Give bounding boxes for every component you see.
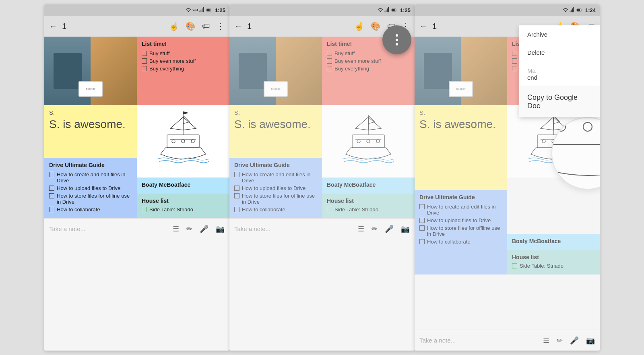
list-icon-2[interactable]: ☰ bbox=[358, 225, 364, 233]
signal-icon-3 bbox=[563, 7, 568, 13]
blue-note-2: Drive Ultimate Guide How to create and e… bbox=[229, 158, 322, 218]
draw-icon-2[interactable]: ✏ bbox=[372, 225, 378, 233]
toolbar-left-2: ← 1 bbox=[234, 22, 346, 31]
signal-bars-icon-3 bbox=[570, 7, 575, 13]
pink-checkbox-1a: Buy stuff bbox=[142, 50, 225, 56]
checkbox-1a[interactable] bbox=[49, 172, 54, 177]
back-button-2[interactable]: ← bbox=[234, 22, 242, 31]
pink-cb-1b[interactable] bbox=[142, 58, 147, 64]
blue-note-3: Drive Ultimate Guide How to create and e… bbox=[415, 190, 507, 275]
list-icon-1[interactable]: ☰ bbox=[173, 225, 179, 233]
svg-rect-2 bbox=[200, 10, 201, 12]
pink-note-1[interactable]: List time! Buy stuff Buy even more stuff… bbox=[137, 37, 229, 105]
menu-copy-google-doc[interactable]: Copy to Google Doc bbox=[519, 87, 600, 117]
fingerprint-icon-2[interactable]: ☝ bbox=[354, 21, 364, 31]
bottom-bar-1: Take a note... ☰ ✏ 🎤 📷 bbox=[44, 218, 229, 239]
draw-icon-1[interactable]: ✏ bbox=[186, 225, 192, 233]
sticker-1: sticker bbox=[78, 81, 103, 97]
checkbox-1b[interactable] bbox=[49, 186, 54, 191]
house-note-1[interactable]: House list Side Table: Striado bbox=[137, 194, 229, 218]
mic-icon-1[interactable]: 🎤 bbox=[200, 225, 208, 233]
fingerprint-icon-1[interactable]: ☝ bbox=[169, 21, 179, 31]
checkbox-item-1b: How to upload files to Drive bbox=[49, 185, 132, 191]
bottom-placeholder-2[interactable]: Take a note... bbox=[234, 225, 358, 232]
svg-point-27 bbox=[376, 140, 380, 143]
status-icons-1: VoLTE bbox=[186, 7, 212, 13]
pink-cb-1c[interactable] bbox=[142, 66, 147, 71]
menu-delete[interactable]: Delete bbox=[519, 43, 600, 62]
selection-count-3: 1 bbox=[432, 22, 437, 31]
status-icons-2 bbox=[378, 7, 397, 13]
more-fab-button[interactable] bbox=[382, 25, 411, 54]
status-bar-2: 1:25 bbox=[229, 4, 415, 16]
bottom-bar-2: Take a note... ☰ ✏ 🎤 📷 bbox=[229, 218, 415, 239]
menu-make-copy[interactable]: Maend bbox=[519, 62, 600, 87]
boaty-note-2: Boaty McBoatface bbox=[322, 178, 415, 194]
fab-dot-3 bbox=[396, 43, 398, 45]
image-note-1[interactable]: sticker bbox=[44, 37, 137, 105]
svg-rect-28 bbox=[570, 11, 571, 12]
fab-dot-2 bbox=[396, 39, 398, 41]
menu-archive[interactable]: Archive bbox=[519, 25, 600, 43]
boaty-note-1[interactable]: Boaty McBoatface bbox=[137, 178, 229, 194]
svg-rect-15 bbox=[385, 11, 386, 12]
image-note-3: sticker bbox=[415, 37, 507, 105]
more-icon-1[interactable]: ⋮ bbox=[217, 21, 225, 31]
checkbox-1c[interactable] bbox=[49, 193, 54, 198]
signal-bars-icon-2 bbox=[384, 7, 390, 13]
bottom-placeholder-3[interactable]: Take a note... bbox=[419, 337, 543, 344]
camera-icon-2[interactable]: 📷 bbox=[401, 225, 410, 233]
checkbox-1d[interactable] bbox=[49, 207, 54, 212]
svg-rect-7 bbox=[207, 9, 210, 11]
sticker-3: sticker bbox=[449, 81, 473, 97]
ship-note-1[interactable] bbox=[137, 105, 229, 178]
svg-rect-20 bbox=[396, 10, 396, 10]
bottom-icons-1: ☰ ✏ 🎤 📷 bbox=[173, 225, 225, 233]
svg-rect-34 bbox=[577, 9, 580, 11]
svg-rect-33 bbox=[581, 10, 582, 10]
svg-point-13 bbox=[191, 140, 194, 143]
back-button-3[interactable]: ← bbox=[419, 22, 427, 31]
image-note-2: sticker bbox=[229, 37, 322, 105]
left-col-3: sticker S. S. is awesome. Drive Ultimate… bbox=[415, 37, 507, 275]
pink-cb-1a[interactable] bbox=[142, 51, 147, 56]
svg-rect-29 bbox=[571, 10, 572, 12]
mic-icon-2[interactable]: 🎤 bbox=[385, 225, 394, 233]
camera-icon-1[interactable]: 📷 bbox=[216, 225, 225, 233]
palette-icon-1[interactable]: 🎨 bbox=[186, 21, 196, 31]
back-button-1[interactable]: ← bbox=[49, 22, 57, 31]
toolbar-right-1: ☝ 🎨 🏷 ⋮ bbox=[169, 21, 225, 31]
svg-rect-1 bbox=[200, 11, 200, 12]
yellow-note-1[interactable]: S. S. is awesome. bbox=[44, 105, 137, 158]
blue-note-1[interactable]: Drive Ultimate Guide How to create and e… bbox=[44, 158, 137, 218]
label-icon-1[interactable]: 🏷 bbox=[202, 22, 210, 31]
toolbar-1: ← 1 ☝ 🎨 🏷 ⋮ bbox=[44, 16, 229, 37]
time-display-2: 1:25 bbox=[400, 7, 411, 13]
checkbox-item-1c: How to store files for offline use in Dr… bbox=[49, 193, 132, 205]
svg-rect-16 bbox=[386, 10, 386, 12]
pink-checkbox-1c: Buy everything bbox=[142, 66, 225, 72]
svg-rect-18 bbox=[388, 7, 389, 12]
boaty-title-1: Boaty McBoatface bbox=[142, 182, 225, 188]
svg-point-12 bbox=[182, 140, 185, 143]
pink-checkbox-1b: Buy even more stuff bbox=[142, 58, 225, 64]
list-icon-3[interactable]: ☰ bbox=[543, 336, 549, 345]
boaty-note-3: Boaty McBoatface bbox=[507, 234, 600, 250]
svg-point-25 bbox=[357, 140, 360, 143]
status-bar-3: 1:24 bbox=[415, 4, 600, 16]
draw-icon-3[interactable]: ✏ bbox=[557, 336, 563, 345]
svg-point-26 bbox=[367, 140, 370, 143]
house-cb-1a[interactable] bbox=[142, 207, 147, 212]
bottom-placeholder-1[interactable]: Take a note... bbox=[49, 225, 173, 232]
right-col-2: List time! Buy stuff Buy even more stuff… bbox=[322, 37, 415, 218]
yellow-letter-1: S. bbox=[49, 109, 132, 116]
palette-icon-2[interactable]: 🎨 bbox=[371, 21, 381, 31]
notes-grid-1: sticker S. S. is awesome. Drive Ultimate… bbox=[44, 37, 229, 218]
camera-icon-3[interactable]: 📷 bbox=[586, 336, 595, 345]
battery-icon bbox=[206, 7, 212, 13]
svg-rect-17 bbox=[387, 8, 388, 12]
toolbar-left-1: ← 1 bbox=[49, 22, 161, 31]
yellow-note-2: S. S. is awesome. bbox=[229, 105, 322, 158]
time-display-1: 1:25 bbox=[215, 7, 225, 13]
mic-icon-3[interactable]: 🎤 bbox=[570, 336, 579, 345]
